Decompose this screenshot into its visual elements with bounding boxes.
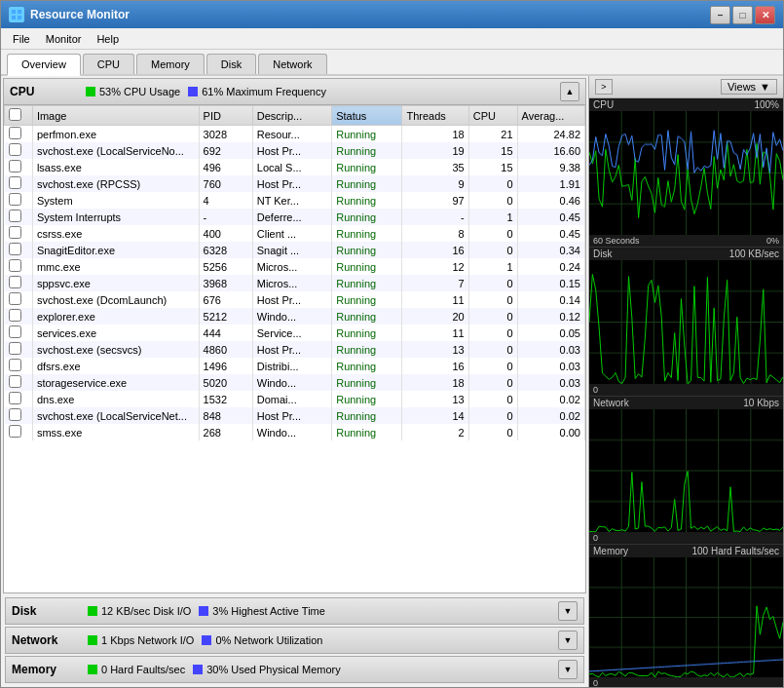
table-row[interactable]: svchost.exe (RPCSS) 760 Host Pr... Runni… [5, 175, 585, 192]
memory-indicator2: 30% Used Physical Memory [193, 664, 341, 675]
row-checkbox[interactable] [9, 226, 21, 239]
table-row[interactable]: System 4 NT Ker... Running 97 0 0.46 [5, 192, 585, 209]
cell-image: lsass.exe [32, 159, 199, 175]
table-row[interactable]: svchost.exe (LocalServiceNo... 692 Host … [5, 142, 585, 159]
cell-threads: 12 [402, 258, 468, 275]
tab-disk[interactable]: Disk [206, 54, 256, 74]
memory-graph-max: 100 Hard Faults/sec [692, 546, 780, 556]
cell-pid: 496 [199, 159, 252, 175]
cell-status: Running [332, 424, 402, 440]
row-checkbox[interactable] [9, 342, 21, 355]
cell-desc: Host Pr... [252, 291, 331, 308]
cell-status: Running [332, 225, 402, 242]
table-row[interactable]: storageservice.exe 5020 Windo... Running… [5, 374, 585, 391]
table-row[interactable]: perfmon.exe 3028 Resour... Running 18 21… [5, 126, 585, 143]
col-desc[interactable]: Descrip... [252, 106, 331, 126]
window: Resource Monitor – □ ✕ File Monitor Help… [0, 0, 784, 688]
disk-section-header[interactable]: Disk 12 KB/sec Disk I/O 3% Highest Activ… [6, 598, 583, 625]
menu-help[interactable]: Help [89, 31, 127, 47]
menu-monitor[interactable]: Monitor [38, 31, 90, 47]
cpu-table-container[interactable]: Image PID Descrip... Status Threads CPU … [4, 105, 585, 592]
cell-avg: 0.14 [517, 291, 584, 308]
cell-avg: 16.60 [517, 142, 584, 159]
col-avg[interactable]: Averag... [517, 106, 584, 126]
row-checkbox[interactable] [9, 243, 21, 255]
table-row[interactable]: sppsvc.exe 3968 Micros... Running 7 0 0.… [5, 275, 585, 291]
cpu-chevron[interactable]: ▲ [560, 82, 579, 101]
table-row[interactable]: lsass.exe 496 Local S... Running 35 15 9… [5, 159, 585, 175]
bottom-sections: Disk 12 KB/sec Disk I/O 3% Highest Activ… [3, 595, 586, 685]
memory-section-header[interactable]: Memory 0 Hard Faults/sec 30% Used Physic… [6, 657, 583, 683]
row-checkbox[interactable] [9, 160, 21, 172]
row-checkbox[interactable] [9, 127, 21, 139]
col-check[interactable] [5, 106, 33, 126]
table-row[interactable]: services.exe 444 Service... Running 11 0… [5, 325, 585, 341]
cell-status: Running [332, 159, 402, 175]
table-row[interactable]: svchost.exe (LocalServiceNet... 848 Host… [5, 407, 585, 424]
cell-threads: 18 [402, 374, 468, 391]
table-row[interactable]: dfsrs.exe 1496 Distribi... Running 16 0 … [5, 358, 585, 374]
row-checkbox[interactable] [9, 359, 21, 371]
memory-graph-footer: 0 [589, 677, 783, 687]
window-controls: – □ ✕ [710, 6, 775, 24]
cell-cpu: 0 [468, 308, 517, 325]
row-checkbox[interactable] [9, 325, 21, 338]
cell-threads: 11 [402, 291, 468, 308]
table-row[interactable]: svchost.exe (secsvcs) 4860 Host Pr... Ru… [5, 341, 585, 358]
tab-memory[interactable]: Memory [136, 54, 205, 74]
maximize-button[interactable]: □ [732, 6, 753, 24]
network-graph-title: Network [593, 398, 629, 408]
row-checkbox[interactable] [9, 143, 21, 156]
right-expand-button[interactable]: > [595, 79, 613, 95]
row-checkbox[interactable] [9, 392, 21, 404]
row-checkbox[interactable] [9, 408, 21, 421]
close-button[interactable]: ✕ [755, 6, 775, 24]
memory-indicator2-text: 30% Used Physical Memory [206, 664, 341, 675]
table-row[interactable]: svchost.exe (DcomLaunch) 676 Host Pr... … [5, 291, 585, 308]
memory-section-title: Memory [12, 663, 80, 676]
table-row[interactable]: System Interrupts - Deferre... Running -… [5, 209, 585, 225]
network-section-header[interactable]: Network 1 Kbps Network I/O 0% Network Ut… [6, 628, 583, 654]
cpu-table: Image PID Descrip... Status Threads CPU … [4, 105, 585, 440]
row-checkbox[interactable] [9, 176, 21, 189]
cell-image: svchost.exe (RPCSS) [32, 175, 199, 192]
row-checkbox[interactable] [9, 375, 21, 388]
tab-cpu[interactable]: CPU [83, 54, 134, 74]
cell-status: Running [332, 374, 402, 391]
table-row[interactable]: csrss.exe 400 Client ... Running 8 0 0.4… [5, 225, 585, 242]
table-row[interactable]: SnagitEditor.exe 6328 Snagit ... Running… [5, 242, 585, 258]
row-checkbox[interactable] [9, 292, 21, 305]
tab-network[interactable]: Network [258, 54, 326, 74]
table-row[interactable]: dns.exe 1532 Domai... Running 13 0 0.02 [5, 391, 585, 407]
network-graph-area [589, 409, 783, 532]
select-all-checkbox[interactable] [9, 108, 21, 121]
cell-cpu: 0 [468, 391, 517, 407]
cell-cpu: 0 [468, 192, 517, 209]
table-row[interactable]: smss.exe 268 Windo... Running 2 0 0.00 [5, 424, 585, 440]
disk-chevron[interactable]: ▼ [558, 601, 578, 621]
col-status[interactable]: Status [332, 106, 402, 126]
tab-overview[interactable]: Overview [7, 54, 81, 76]
row-checkbox[interactable] [9, 309, 21, 322]
row-checkbox[interactable] [9, 276, 21, 288]
row-checkbox[interactable] [9, 193, 21, 206]
row-checkbox[interactable] [9, 259, 21, 272]
cell-pid: 676 [199, 291, 252, 308]
menu-file[interactable]: File [5, 31, 38, 47]
cell-threads: 20 [402, 308, 468, 325]
row-checkbox[interactable] [9, 425, 21, 438]
col-image[interactable]: Image [32, 106, 199, 126]
network-chevron[interactable]: ▼ [558, 631, 578, 650]
cpu-section-header[interactable]: CPU 53% CPU Usage 61% Maximum Frequency … [4, 79, 585, 105]
table-row[interactable]: mmc.exe 5256 Micros... Running 12 1 0.24 [5, 258, 585, 275]
memory-chevron[interactable]: ▼ [558, 660, 578, 679]
row-checkbox[interactable] [9, 210, 21, 222]
minimize-button[interactable]: – [710, 6, 730, 24]
table-row[interactable]: explorer.exe 5212 Windo... Running 20 0 … [5, 308, 585, 325]
cell-image: dns.exe [32, 391, 199, 407]
col-pid[interactable]: PID [199, 106, 252, 126]
col-threads[interactable]: Threads [402, 106, 468, 126]
cell-image: svchost.exe (DcomLaunch) [32, 291, 199, 308]
col-cpu[interactable]: CPU [468, 106, 517, 126]
views-button[interactable]: Views ▼ [721, 79, 777, 95]
